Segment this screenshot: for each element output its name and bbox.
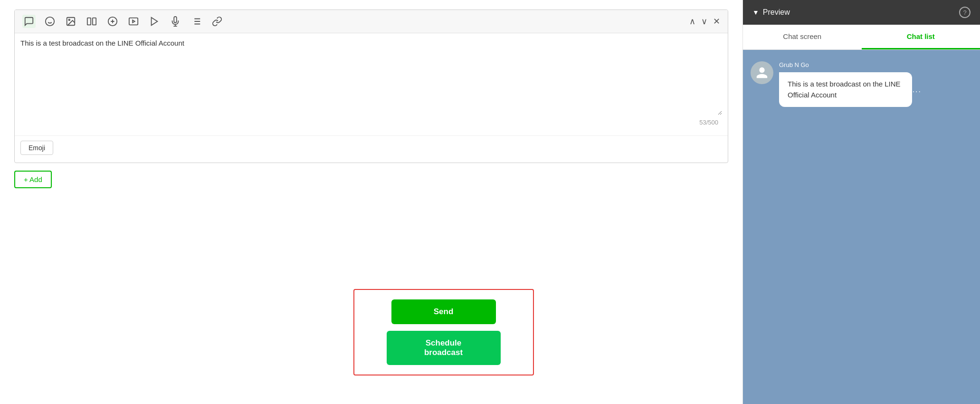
- emoji-toolbar-icon[interactable]: [43, 15, 57, 28]
- right-panel: ▼ Preview ? Chat screen Chat list Grub N…: [742, 0, 980, 404]
- emoji-section: Emoji: [15, 135, 728, 163]
- svg-point-4: [68, 19, 70, 20]
- left-panel: ∧ ∨ ✕ This is a test broadcast on the LI…: [0, 0, 742, 404]
- message-icon[interactable]: [22, 15, 36, 28]
- avatar: [751, 61, 773, 84]
- char-count: 53/500: [20, 117, 722, 130]
- send-button[interactable]: Send: [391, 299, 496, 324]
- play-toolbar-icon[interactable]: [148, 15, 161, 28]
- tab-chat-screen[interactable]: Chat screen: [743, 25, 862, 49]
- chat-sender: Grub N Go: [779, 61, 912, 68]
- nav-up-icon[interactable]: ∧: [689, 16, 695, 27]
- message-input[interactable]: This is a test broadcast on the LINE Off…: [20, 39, 722, 115]
- add-circle-toolbar-icon[interactable]: [106, 15, 119, 28]
- collapse-icon[interactable]: ▼: [752, 9, 759, 16]
- close-icon[interactable]: ✕: [713, 16, 720, 27]
- preview-header: ▼ Preview ?: [743, 0, 980, 25]
- nav-down-icon[interactable]: ∨: [701, 16, 707, 27]
- tab-chat-list[interactable]: Chat list: [862, 25, 980, 49]
- preview-label: Preview: [763, 8, 790, 17]
- chat-item: Grub N Go This is a test broadcast on th…: [751, 61, 972, 107]
- preview-content: Grub N Go This is a test broadcast on th…: [743, 50, 980, 404]
- emoji-button[interactable]: Emoji: [20, 141, 53, 155]
- toolbar: ∧ ∨ ✕: [15, 10, 728, 33]
- carousel-toolbar-icon[interactable]: [85, 15, 98, 28]
- composer-card: ∧ ∨ ✕ This is a test broadcast on the LI…: [14, 10, 728, 163]
- svg-marker-12: [152, 18, 158, 26]
- chat-bubble-wrap: Grub N Go This is a test broadcast on th…: [779, 61, 912, 107]
- svg-point-0: [46, 17, 54, 26]
- svg-rect-5: [87, 18, 91, 25]
- schedule-broadcast-button[interactable]: Schedule broadcast: [387, 331, 501, 365]
- action-area: Send Schedule broadcast: [353, 289, 534, 375]
- image-toolbar-icon[interactable]: [64, 15, 77, 28]
- message-body: This is a test broadcast on the LINE Off…: [15, 33, 728, 135]
- video-card-toolbar-icon[interactable]: [127, 15, 140, 28]
- help-icon[interactable]: ?: [959, 7, 970, 18]
- svg-marker-11: [133, 20, 135, 23]
- add-button[interactable]: + Add: [14, 171, 52, 188]
- svg-rect-10: [129, 18, 138, 25]
- preview-tabs: Chat screen Chat list: [743, 25, 980, 50]
- mic-toolbar-icon[interactable]: [169, 15, 182, 28]
- chat-bubble: This is a test broadcast on the LINE Off…: [779, 72, 912, 107]
- svg-rect-6: [93, 18, 96, 25]
- preview-title: ▼ Preview: [752, 8, 790, 17]
- list-toolbar-icon[interactable]: [190, 15, 203, 28]
- link-toolbar-icon[interactable]: [210, 15, 224, 28]
- toolbar-nav: ∧ ∨ ✕: [689, 16, 720, 27]
